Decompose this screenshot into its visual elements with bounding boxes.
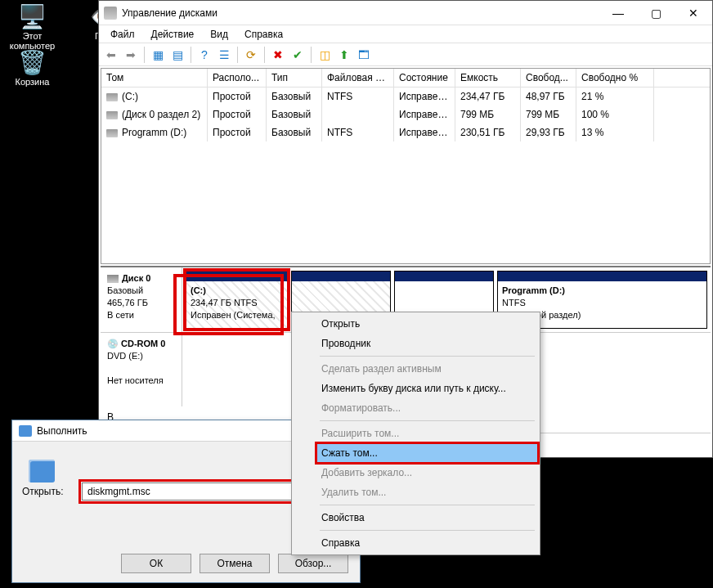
run-title-text: Выполнить: [37, 425, 87, 437]
run-big-icon: [29, 460, 55, 483]
cdrom-meta[interactable]: 💿 CD-ROM 0 DVD (E:) Нет носителя: [101, 333, 182, 406]
col-type[interactable]: Тип: [267, 69, 322, 87]
menubar: Файл Действие Вид Справка: [99, 25, 712, 43]
close-button[interactable]: ✕: [675, 1, 712, 25]
check-icon[interactable]: ✔: [289, 46, 307, 64]
ctx-mirror: Добавить зеркало...: [316, 463, 538, 483]
volume-list[interactable]: Том Располо... Тип Файловая с... Состоян…: [101, 68, 711, 264]
disk-meta[interactable]: Диск 0 Базовый 465,76 ГБ В сети: [101, 267, 182, 332]
maximize-button[interactable]: ▢: [637, 1, 675, 25]
help-icon[interactable]: ?: [195, 46, 213, 64]
minimize-button[interactable]: ―: [599, 1, 637, 25]
cdrom-icon: 💿: [107, 339, 119, 348]
ctx-properties[interactable]: Свойства: [316, 508, 538, 527]
forward-button[interactable]: ➡: [122, 46, 140, 64]
volume-columns: Том Располо... Тип Файловая с... Состоян…: [101, 69, 710, 88]
run-browse-button[interactable]: Обзор...: [278, 554, 348, 573]
recycle-icon: 🗑️: [20, 49, 46, 75]
toolbar: ⬅ ➡ ▦ ▤ ? ☰ ⟳ ✖ ✔ ◫ ⬆ 🗔: [99, 43, 712, 66]
ctx-make-active: Сделать раздел активным: [316, 359, 538, 379]
disk-icon: [106, 111, 118, 119]
back-button[interactable]: ⬅: [102, 46, 120, 64]
col-free[interactable]: Свобод...: [521, 69, 576, 87]
col-status[interactable]: Состояние: [394, 69, 455, 87]
volume-row[interactable]: Programm (D:) Простой Базовый NTFS Испра…: [101, 123, 710, 141]
menu-help[interactable]: Справка: [236, 27, 291, 42]
menu-file[interactable]: Файл: [102, 27, 143, 42]
diskmgmt-icon: [104, 7, 117, 20]
col-capacity[interactable]: Емкость: [455, 69, 521, 87]
volume-row[interactable]: (C:) Простой Базовый NTFS Исправен... 23…: [101, 88, 710, 105]
disk-icon: [106, 93, 118, 101]
desktop-icon-this-pc[interactable]: 🖥️ Этот компьютер: [2, 3, 63, 51]
run-icon: [19, 425, 32, 437]
delete-icon[interactable]: ✖: [269, 46, 287, 64]
properties-icon[interactable]: 🗔: [355, 46, 373, 64]
ctx-help[interactable]: Справка: [316, 533, 538, 553]
run-ok-button[interactable]: ОК: [121, 554, 191, 573]
disk-icon: [106, 129, 118, 137]
ctx-extend: Расширить том...: [316, 424, 538, 443]
run-cancel-button[interactable]: Отмена: [200, 554, 270, 573]
partition-c[interactable]: (C:) 234,47 ГБ NTFS Исправен (Система,: [186, 271, 288, 329]
window-title: Управление дисками: [122, 7, 599, 19]
menu-action[interactable]: Действие: [143, 27, 203, 42]
ctx-open[interactable]: Открыть: [316, 314, 538, 334]
ctx-shrink[interactable]: Сжать том...: [316, 443, 538, 463]
ctx-format: Форматировать...: [316, 398, 538, 418]
new-icon[interactable]: ◫: [316, 46, 334, 64]
ctx-explorer[interactable]: Проводник: [316, 334, 538, 353]
titlebar[interactable]: Управление дисками ― ▢ ✕: [99, 1, 712, 25]
ctx-delete: Удалить том...: [316, 483, 538, 502]
list-icon[interactable]: ☰: [215, 46, 233, 64]
col-fs[interactable]: Файловая с...: [322, 69, 394, 87]
menu-view[interactable]: Вид: [202, 27, 236, 42]
pc-icon: 🖥️: [20, 3, 46, 29]
ctx-change-letter[interactable]: Изменить букву диска или путь к диску...: [316, 379, 538, 398]
col-pct[interactable]: Свободно %: [576, 69, 654, 87]
volume-row[interactable]: (Диск 0 раздел 2) Простой Базовый Исправ…: [101, 105, 710, 123]
context-menu: Открыть Проводник Сделать раздел активны…: [291, 312, 540, 555]
refresh-icon[interactable]: ⟳: [242, 46, 260, 64]
view-bottom-icon[interactable]: ▤: [168, 46, 186, 64]
desktop-icon-label: Этот компьютер: [2, 31, 63, 51]
disk-icon: [107, 275, 119, 283]
col-volume[interactable]: Том: [101, 69, 208, 87]
desktop-icon-label: Корзина: [2, 77, 63, 87]
run-open-label: Открыть:: [22, 486, 81, 497]
desktop-icon-recycle[interactable]: 🗑️ Корзина: [2, 49, 63, 87]
view-top-icon[interactable]: ▦: [149, 46, 167, 64]
col-layout[interactable]: Располо...: [208, 69, 267, 87]
up-icon[interactable]: ⬆: [335, 46, 353, 64]
